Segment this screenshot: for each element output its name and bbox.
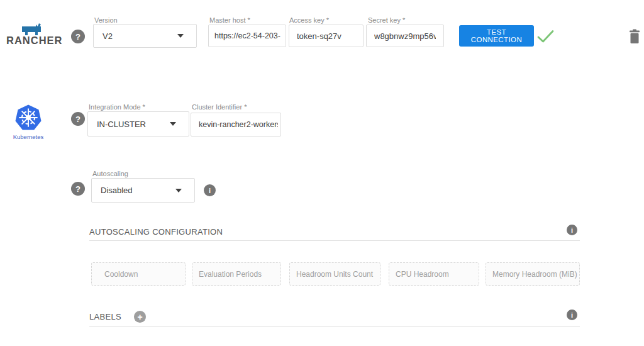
connection-success-check-icon xyxy=(537,30,555,43)
version-select-value: V2 xyxy=(103,31,113,41)
trash-icon[interactable] xyxy=(629,29,640,44)
autoscaling-configuration-info-icon[interactable]: i xyxy=(567,225,577,235)
rancher-logo-text: RANCHER xyxy=(6,35,63,47)
cluster-identifier-input[interactable] xyxy=(191,113,281,137)
headroom-units-count-placeholder: Headroom Units Count xyxy=(296,270,373,279)
integration-mode-select[interactable]: IN-CLUSTER xyxy=(87,111,189,137)
evaluation-periods-placeholder: Evaluation Periods xyxy=(199,270,262,279)
autoscaling-configuration-header: AUTOSCALING CONFIGURATION xyxy=(89,227,223,237)
labels-info-icon[interactable]: i xyxy=(567,310,577,320)
cpu-headroom-placeholder: CPU Headroom xyxy=(396,270,449,279)
info-glyph: i xyxy=(209,187,211,194)
autoscaling-help-icon[interactable]: ? xyxy=(71,182,85,196)
autoscaling-select-value: Disabled xyxy=(101,186,133,195)
autoscaling-select[interactable]: Disabled xyxy=(91,178,195,203)
memory-headroom-input-disabled: Memory Headroom (MiB) xyxy=(486,262,580,286)
question-mark-glyph: ? xyxy=(75,32,80,42)
info-glyph: i xyxy=(571,226,573,234)
plus-glyph: + xyxy=(137,312,142,322)
version-label: Version xyxy=(94,16,118,24)
section-divider xyxy=(89,240,580,241)
cpu-headroom-input-disabled: CPU Headroom xyxy=(389,262,479,286)
caret-down-icon xyxy=(170,122,176,126)
caret-down-icon xyxy=(175,189,182,193)
headroom-units-count-input-disabled: Headroom Units Count xyxy=(289,262,380,286)
add-label-button[interactable]: + xyxy=(134,311,146,323)
integration-mode-label: Integration Mode * xyxy=(89,103,145,111)
integration-mode-select-value: IN-CLUSTER xyxy=(97,120,146,129)
caret-down-icon xyxy=(177,34,184,38)
cooldown-placeholder: Cooldown xyxy=(98,270,138,279)
access-key-input[interactable] xyxy=(289,25,364,47)
labels-header: LABELS xyxy=(89,312,121,321)
test-connection-button[interactable]: TEST CONNECTION xyxy=(459,25,534,47)
section-divider xyxy=(89,326,580,326)
cooldown-input-disabled: Cooldown xyxy=(91,262,186,286)
memory-headroom-placeholder: Memory Headroom (MiB) xyxy=(492,270,577,279)
question-mark-glyph: ? xyxy=(75,114,80,124)
secret-key-input[interactable] xyxy=(366,25,444,47)
autoscaling-label: Autoscaling xyxy=(92,170,128,177)
kubernetes-help-icon[interactable]: ? xyxy=(71,112,85,126)
kubernetes-logo-text: Kubernetes xyxy=(9,133,48,140)
info-glyph: i xyxy=(571,311,573,319)
access-key-label: Access key * xyxy=(289,16,329,24)
master-host-label: Master host * xyxy=(209,16,250,24)
version-select[interactable]: V2 xyxy=(93,24,197,48)
autoscaling-info-icon[interactable]: i xyxy=(204,184,216,196)
integration-settings-page: RANCHER ? Version V2 Master host * Acces… xyxy=(0,0,644,346)
evaluation-periods-input-disabled: Evaluation Periods xyxy=(192,262,281,286)
master-host-input[interactable] xyxy=(208,25,286,47)
kubernetes-logo-icon xyxy=(14,104,43,131)
secret-key-label: Secret key * xyxy=(368,16,405,24)
cluster-identifier-label: Cluster Identifier * xyxy=(192,103,247,111)
question-mark-glyph: ? xyxy=(75,184,80,194)
rancher-help-icon[interactable]: ? xyxy=(71,30,85,43)
